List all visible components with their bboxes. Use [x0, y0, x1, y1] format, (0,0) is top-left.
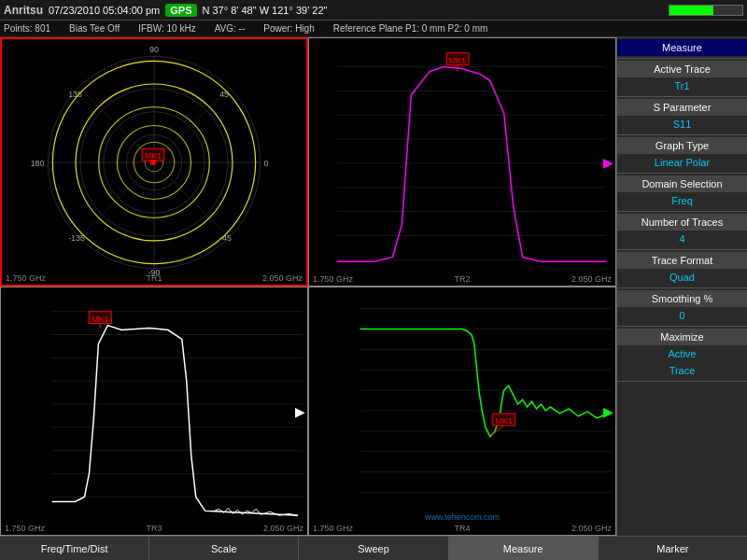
smoothing-section[interactable]: Smoothing % 0	[617, 288, 747, 327]
tr4-freq-left: 1.750 GHz	[313, 524, 353, 533]
measure-section: Measure	[617, 37, 747, 59]
svg-text:www.tehencom.com: www.tehencom.com	[424, 512, 500, 522]
smith-chart: 90 -90 180 0 135 45 -135 -45 MK1	[2, 39, 306, 285]
tr1-freq-left: 1.750 GHz	[6, 273, 46, 283]
power-bar-fill	[669, 6, 713, 15]
graph-type-label[interactable]: Graph Type	[617, 137, 747, 154]
svg-text:90: 90	[149, 45, 159, 54]
datetime: 07/23/2010 05:04:00 pm	[49, 5, 160, 16]
tr4-chart: MK1 www.tehencom.com	[309, 287, 615, 535]
trace-panel-tr4[interactable]: TR4:S11 Log Mag Smooth: 0 % CAL: ON (OK)…	[308, 287, 616, 536]
active-trace-label[interactable]: Active Trace	[617, 61, 747, 77]
trace-format-label[interactable]: Trace Format	[617, 252, 747, 269]
tr2-freq-left: 1.750 GHz	[313, 274, 353, 284]
tr2-chart: MK1	[309, 38, 615, 286]
right-sidebar: Measure Active Trace Tr1 S Parameter S11…	[616, 37, 747, 536]
s-parameter-section[interactable]: S Parameter S11	[617, 97, 747, 135]
maximize-label[interactable]: Maximize	[617, 329, 747, 345]
s-parameter-value: S11	[617, 116, 747, 133]
tab-marker[interactable]: Marker	[599, 537, 747, 560]
avg-label: AVG: --	[215, 23, 246, 34]
svg-point-25	[150, 160, 156, 165]
trace-panel-tr2[interactable]: 1.0 0.0 -1.0 -2.0 -3.0 -4.0 -5.0 -6.0 -7…	[308, 37, 616, 287]
svg-text:MK1: MK1	[449, 56, 466, 65]
tr3-chart: MK1	[1, 287, 307, 535]
num-traces-label[interactable]: Number of Traces	[617, 214, 747, 231]
tr4-freq-right: 2.050 GHz	[571, 524, 612, 533]
tab-sweep[interactable]: Sweep	[299, 537, 448, 560]
svg-text:135: 135	[68, 90, 82, 99]
trace-panel-tr1[interactable]: TR1:S11 Linear Polar Smooth: 0 % CAL: ON…	[0, 37, 308, 287]
gps-badge: GPS	[165, 4, 196, 17]
bottom-bar: Freq/Time/Dist Scale Sweep Measure Marke…	[0, 536, 747, 560]
tr4-arrow: ▶	[603, 404, 613, 419]
s-parameter-label[interactable]: S Parameter	[617, 99, 747, 116]
second-bar: Points: 801 Bias Tee Off IFBW: 10 kHz AV…	[0, 21, 747, 37]
tab-freq-time-dist[interactable]: Freq/Time/Dist	[0, 537, 149, 560]
coordinates: N 37° 8' 48" W 121° 39' 22"	[203, 5, 664, 16]
svg-text:180: 180	[31, 159, 45, 168]
tr1-freq-right: 2.050 GHz	[262, 273, 303, 283]
panels-area: TR1:S11 Linear Polar Smooth: 0 % CAL: ON…	[0, 37, 616, 536]
trace-panel-tr3[interactable]: TR3:S21 Log Mag Smooth: 0 % CAL: ON (OK)…	[0, 287, 308, 536]
graph-type-value: Linear Polar	[617, 154, 747, 171]
top-bar: Anritsu 07/23/2010 05:04:00 pm GPS N 37°…	[0, 0, 747, 21]
svg-rect-26	[309, 39, 615, 285]
maximize-trace: Trace	[617, 362, 747, 379]
tr4-center-label: TR4	[454, 524, 470, 533]
tr3-center-label: TR3	[146, 524, 162, 533]
tr3-freq-right: 2.050 GHz	[263, 524, 303, 533]
tr3-arrow: ▶	[295, 404, 305, 419]
trace-format-value: Quad	[617, 269, 747, 286]
tr3-freq-left: 1.750 GHz	[5, 524, 45, 533]
logo: Anritsu	[4, 4, 43, 17]
svg-text:MK1: MK1	[145, 151, 162, 161]
ref-plane-label: Reference Plane P1: 0 mm P2: 0 mm	[333, 23, 488, 34]
maximize-active: Active	[617, 345, 747, 362]
tr1-center-label: TR1	[146, 273, 162, 283]
trace-format-section[interactable]: Trace Format Quad	[617, 250, 747, 288]
power-bar	[669, 5, 743, 16]
tab-scale[interactable]: Scale	[149, 537, 299, 560]
domain-label[interactable]: Domain Selection	[617, 175, 747, 192]
domain-value: Freq	[617, 192, 747, 209]
maximize-section[interactable]: Maximize Active Trace	[617, 327, 747, 382]
main-area: TR1:S11 Linear Polar Smooth: 0 % CAL: ON…	[0, 37, 747, 536]
num-traces-section[interactable]: Number of Traces 4	[617, 212, 747, 250]
ifbw-label: IFBW: 10 kHz	[138, 23, 196, 34]
svg-text:MK1: MK1	[92, 315, 108, 324]
graph-type-section[interactable]: Graph Type Linear Polar	[617, 135, 747, 174]
tab-measure[interactable]: Measure	[449, 537, 599, 560]
svg-text:0: 0	[264, 159, 269, 168]
smoothing-label[interactable]: Smoothing %	[617, 290, 747, 307]
svg-rect-52	[309, 288, 615, 534]
domain-section[interactable]: Domain Selection Freq	[617, 174, 747, 212]
points-label: Points: 801	[4, 23, 50, 34]
measure-button[interactable]: Measure	[617, 39, 747, 56]
active-trace-value: Tr1	[617, 77, 747, 94]
smoothing-value: 0	[617, 307, 747, 324]
bias-tee-label: Bias Tee Off	[69, 23, 120, 34]
svg-text:45: 45	[219, 90, 229, 99]
num-traces-value: 4	[617, 231, 747, 247]
active-trace-section[interactable]: Active Trace Tr1	[617, 59, 747, 97]
tr2-arrow: ▶	[603, 155, 613, 170]
tr2-freq-right: 2.050 GHz	[571, 274, 612, 284]
tr2-center-label: TR2	[454, 274, 470, 284]
power-label: Power: High	[263, 23, 314, 34]
svg-text:MK1: MK1	[496, 416, 513, 426]
